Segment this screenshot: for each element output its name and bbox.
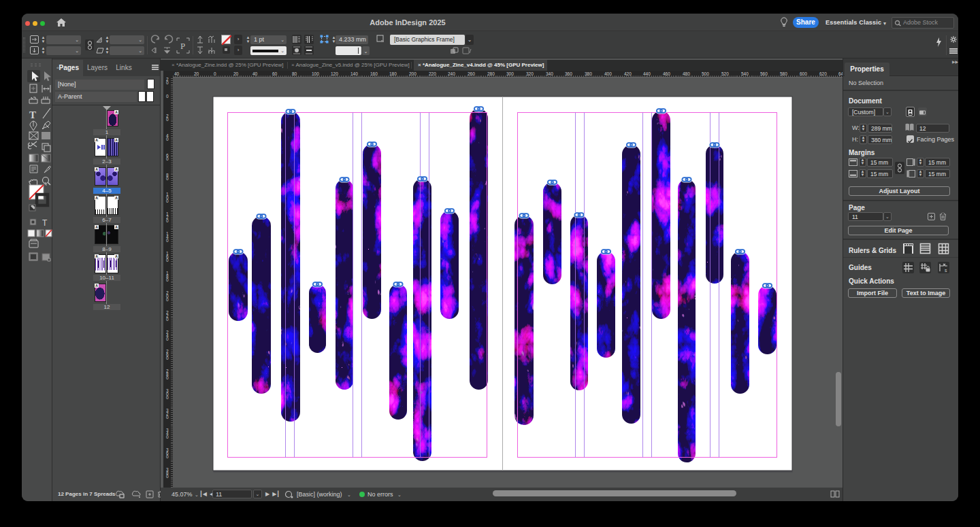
svg-text:s: s	[945, 268, 947, 273]
svg-text:T: T	[42, 218, 48, 228]
svg-text:T: T	[29, 109, 36, 120]
svg-text:P: P	[180, 41, 185, 51]
